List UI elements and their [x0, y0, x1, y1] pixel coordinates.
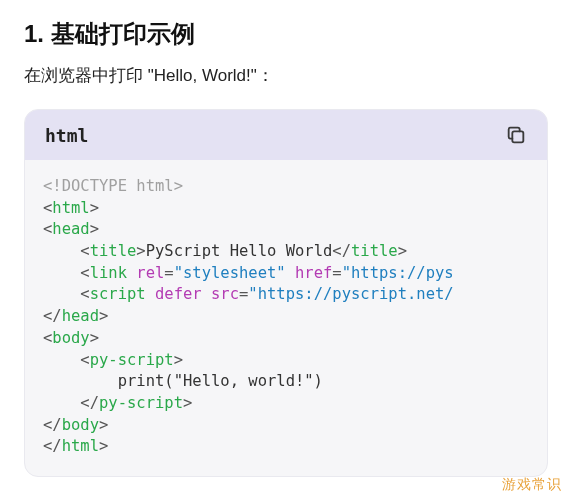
code-token: < [43, 199, 52, 217]
watermark: 游戏常识 [502, 476, 562, 494]
code-token: > [99, 416, 108, 434]
code-token: < [43, 285, 90, 303]
code-token: </ [43, 394, 99, 412]
code-token: > [398, 242, 407, 260]
code-token: > [90, 199, 99, 217]
code-token: <!DOCTYPE html> [43, 177, 183, 195]
code-token: = [239, 285, 248, 303]
code-language-label: html [45, 125, 88, 146]
code-token: > [90, 220, 99, 238]
code-token: py-script [99, 394, 183, 412]
code-header: html [25, 110, 547, 160]
code-token: html [52, 199, 89, 217]
code-block: html <!DOCTYPE html> <html> <head> <titl… [24, 109, 548, 477]
code-token: href [286, 264, 333, 282]
code-token: "https://pys [342, 264, 454, 282]
code-token: > [183, 394, 192, 412]
code-token: > [136, 242, 145, 260]
code-content: <!DOCTYPE html> <html> <head> <title>PyS… [25, 160, 547, 476]
code-token: PyScript Hello World [146, 242, 333, 260]
svg-rect-0 [512, 131, 523, 142]
code-token: body [62, 416, 99, 434]
code-token: title [90, 242, 137, 260]
code-token: < [43, 220, 52, 238]
code-token: </ [43, 437, 62, 455]
code-token: < [43, 242, 90, 260]
code-token: = [332, 264, 341, 282]
code-token: print("Hello, world!") [43, 372, 323, 390]
code-token: > [174, 351, 183, 369]
code-token: rel [127, 264, 164, 282]
code-token: link [90, 264, 127, 282]
section-heading: 1. 基础打印示例 [24, 18, 548, 50]
code-token: > [99, 437, 108, 455]
code-token: title [351, 242, 398, 260]
code-token: < [43, 351, 90, 369]
code-token: "stylesheet" [174, 264, 286, 282]
code-token: body [52, 329, 89, 347]
code-token: html [62, 437, 99, 455]
code-token: head [62, 307, 99, 325]
code-token: script [90, 285, 146, 303]
code-token: "https://pyscript.net/ [248, 285, 453, 303]
code-token: </ [332, 242, 351, 260]
code-token: < [43, 329, 52, 347]
code-token: </ [43, 416, 62, 434]
code-token: py-script [90, 351, 174, 369]
code-token: </ [43, 307, 62, 325]
code-token: > [90, 329, 99, 347]
code-token: > [99, 307, 108, 325]
code-token: = [164, 264, 173, 282]
code-token: defer src [146, 285, 239, 303]
code-token: head [52, 220, 89, 238]
code-token: < [43, 264, 90, 282]
copy-icon[interactable] [505, 124, 527, 146]
intro-text: 在浏览器中打印 "Hello, World!"： [24, 64, 548, 87]
